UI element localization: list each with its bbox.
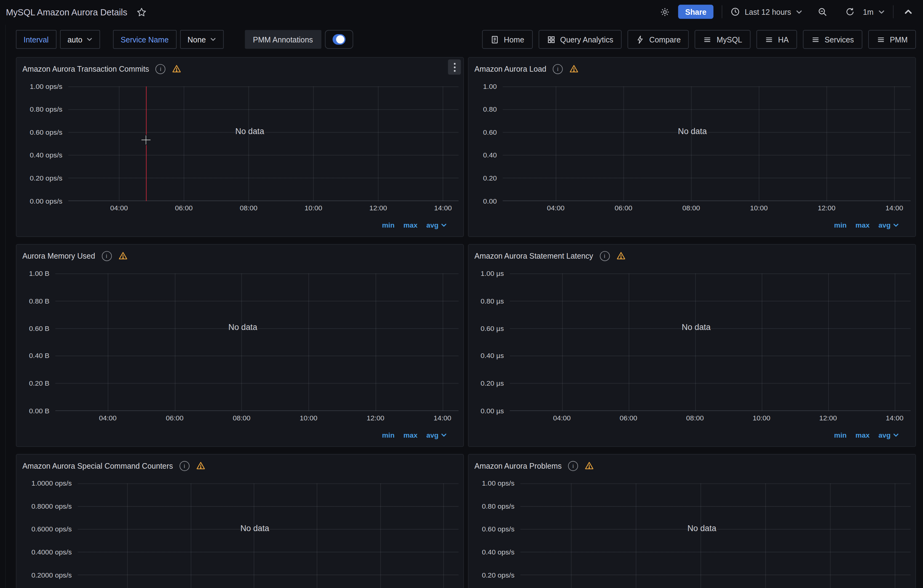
panel-title[interactable]: Amazon Aurora Load — [475, 64, 547, 73]
legend-min[interactable]: min — [382, 431, 394, 439]
panel-title[interactable]: Amazon Aurora Special Command Counters — [23, 461, 173, 470]
panel-legend: min max avg — [473, 429, 911, 442]
mysql-button[interactable]: MySQL — [695, 30, 751, 49]
settings-gear-icon[interactable] — [657, 4, 672, 19]
warning-icon[interactable] — [196, 461, 205, 470]
legend-min[interactable]: min — [834, 221, 847, 229]
legend-avg[interactable]: avg — [879, 221, 899, 229]
pmm-annotations-label: PMM Annotations — [245, 30, 321, 49]
compare-button[interactable]: Compare — [627, 30, 689, 49]
legend-max[interactable]: max — [856, 431, 870, 439]
panel-title[interactable]: Amazon Aurora Problems — [475, 461, 562, 470]
y-axis: 1.00 B0.80 B 0.60 B0.40 B 0.20 B0.00 B — [21, 274, 56, 411]
chart-plot-area[interactable]: No data — [77, 483, 458, 588]
info-icon[interactable]: i — [179, 461, 190, 471]
y-axis: 1.0000 ops/s0.8000 ops/s 0.6000 ops/s0.4… — [21, 483, 78, 588]
crosshair-cursor — [140, 133, 152, 146]
x-axis: 04:0006:00 08:0010:00 12:0014:00 — [503, 201, 910, 211]
info-icon[interactable]: i — [599, 251, 610, 261]
interval-label: Interval — [16, 30, 56, 49]
warning-icon[interactable] — [172, 64, 182, 74]
info-icon[interactable]: i — [553, 64, 563, 74]
y-axis: 1.00 ops/s0.80 ops/s 0.60 ops/s0.40 ops/… — [21, 87, 68, 201]
chevron-down-icon — [87, 37, 92, 43]
chevron-down-icon — [879, 8, 885, 15]
chart-plot-area[interactable]: No data — [56, 274, 458, 411]
clock-icon — [731, 7, 740, 16]
panel-legend: min max avg — [21, 429, 458, 442]
pmm-annotations-toggle[interactable] — [325, 30, 353, 49]
divider — [722, 5, 722, 18]
time-range-picker[interactable]: Last 12 hours — [731, 7, 802, 16]
refresh-icon[interactable] — [843, 5, 857, 19]
warning-icon[interactable] — [118, 251, 128, 260]
chevron-down-icon — [441, 432, 447, 438]
chart-plot-area[interactable]: No data — [68, 87, 458, 201]
x-axis: 04:0006:00 08:0010:00 12:0014:00 — [510, 411, 911, 421]
x-axis: 04:0006:00 08:0010:00 12:0014:00 — [56, 411, 458, 421]
panel-aurora-problems: Amazon Aurora Problems i 1.00 ops/s0.80 … — [468, 454, 916, 588]
legend-min[interactable]: min — [834, 431, 847, 439]
legend-avg[interactable]: avg — [426, 221, 447, 229]
chevron-down-icon — [893, 222, 899, 228]
favorite-star-icon[interactable] — [134, 4, 149, 19]
no-data-label: No data — [687, 523, 716, 532]
dashboard-links: Home Query Analytics Compare MySQL — [482, 30, 916, 49]
interval-dropdown[interactable]: auto — [60, 30, 100, 49]
warning-icon[interactable] — [569, 64, 579, 74]
y-axis: 1.00 µs0.80 µs 0.60 µs0.40 µs 0.20 µs0.0… — [473, 274, 510, 411]
panel-aurora-transaction-commits: Amazon Aurora Transaction Commits i 1.00… — [16, 57, 464, 237]
legend-max[interactable]: max — [856, 221, 870, 229]
query-analytics-button[interactable]: Query Analytics — [538, 30, 621, 49]
service-name-label: Service Name — [113, 30, 176, 49]
panel-aurora-statement-latency: Amazon Aurora Statement Latency i 1.00 µ… — [468, 244, 916, 447]
share-button[interactable]: Share — [678, 5, 713, 19]
dashboard: MySQL Amazon Aurora Details Share Last 1… — [0, 0, 923, 588]
legend-max[interactable]: max — [404, 221, 418, 229]
services-button[interactable]: Services — [803, 30, 862, 49]
no-data-label: No data — [678, 126, 707, 136]
warning-icon[interactable] — [585, 461, 594, 470]
legend-max[interactable]: max — [404, 431, 418, 439]
info-icon[interactable]: i — [568, 461, 578, 471]
menu-icon — [764, 35, 774, 44]
collapse-up-icon[interactable] — [902, 5, 915, 18]
divider — [893, 5, 893, 18]
time-range-label: Last 12 hours — [745, 7, 791, 16]
service-name-dropdown[interactable]: None — [180, 30, 223, 49]
legend-avg[interactable]: avg — [426, 431, 447, 439]
ha-button[interactable]: HA — [756, 30, 797, 49]
x-axis: 04:0006:00 08:0010:00 12:0014:00 — [68, 201, 458, 211]
chart-plot-area[interactable]: No data — [503, 87, 910, 201]
home-button[interactable]: Home — [482, 30, 532, 49]
menu-icon — [703, 35, 712, 44]
info-icon[interactable]: i — [156, 64, 166, 74]
panel-title[interactable]: Amazon Aurora Statement Latency — [475, 251, 593, 260]
panel-legend: min max avg — [473, 219, 911, 232]
zoom-out-icon[interactable] — [815, 4, 830, 19]
no-data-label: No data — [228, 322, 257, 332]
chart-plot-area[interactable]: No data — [521, 483, 911, 588]
y-axis: 1.000.80 0.600.40 0.200.00 — [473, 87, 503, 201]
panel-title[interactable]: Amazon Aurora Transaction Commits — [23, 64, 149, 73]
panel-title[interactable]: Aurora Memory Used — [23, 251, 95, 260]
document-icon — [490, 35, 499, 44]
refresh-interval-dropdown[interactable]: 1m — [863, 7, 885, 16]
chart-plot-area[interactable]: No data — [510, 274, 911, 411]
chevron-down-icon — [210, 37, 216, 43]
dashboard-edge — [5, 25, 6, 588]
panel-aurora-load: Amazon Aurora Load i 1.000.80 0.600.40 0… — [468, 57, 916, 237]
pmm-button[interactable]: PMM — [868, 30, 916, 49]
panel-menu-icon[interactable] — [448, 59, 461, 75]
refresh-interval-value: 1m — [863, 7, 874, 16]
no-data-label: No data — [240, 523, 269, 532]
info-icon[interactable]: i — [102, 251, 112, 261]
chevron-down-icon — [893, 432, 899, 438]
grid-icon — [547, 35, 555, 44]
dashboard-toolbar: Interval auto Service Name None PMM Anno… — [16, 29, 916, 49]
warning-icon[interactable] — [616, 251, 626, 260]
panel-aurora-memory-used: Aurora Memory Used i 1.00 B0.80 B 0.60 B… — [16, 244, 464, 447]
top-nav: MySQL Amazon Aurora Details Share Last 1… — [0, 0, 923, 23]
legend-min[interactable]: min — [382, 221, 394, 229]
legend-avg[interactable]: avg — [879, 431, 899, 439]
